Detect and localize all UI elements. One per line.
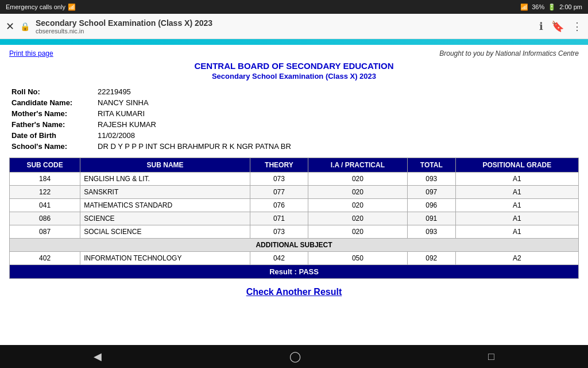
cell-theory: 042 — [250, 252, 308, 265]
signal-icons: 📶 — [68, 3, 76, 11]
table-header-row: SUB CODE SUB NAME THEORY I.A / PRACTICAL… — [10, 158, 579, 172]
cell-ia: 020 — [308, 212, 407, 225]
cell-grade: A1 — [455, 186, 578, 199]
table-row: 184 ENGLISH LNG & LIT. 073 020 093 A1 — [10, 172, 579, 186]
candidate-row: Candidate Name: NANCY SINHA — [9, 97, 579, 108]
roll-no-label: Roll No: — [9, 86, 95, 97]
cell-total: 091 — [407, 212, 455, 225]
sub-heading: Secondary School Examination (Class X) 2… — [9, 72, 579, 80]
status-right: 📶 36% 🔋 2:00 pm — [520, 3, 582, 11]
cell-name: SOCIAL SCIENCE — [80, 225, 250, 239]
table-row: 087 SOCIAL SCIENCE 073 020 093 A1 — [10, 225, 579, 239]
school-row: School's Name: DR D Y P P P INT SCH BRAH… — [9, 141, 579, 152]
check-another-link[interactable]: Check Another Result — [246, 287, 342, 297]
table-row: 041 MATHEMATICS STANDARD 076 020 096 A1 — [10, 199, 579, 212]
cell-code: 184 — [10, 172, 80, 186]
cell-grade: A1 — [455, 212, 578, 225]
candidate-value: NANCY SINHA — [95, 97, 579, 108]
browser-bar: ✕ 🔒 Secondary School Examination (Class … — [0, 14, 588, 39]
table-row: 086 SCIENCE 071 020 091 A1 — [10, 212, 579, 225]
table-row: 122 SANSKRIT 077 020 097 A1 — [10, 186, 579, 199]
battery-icon: 🔋 — [548, 3, 556, 11]
back-icon[interactable]: ◀ — [94, 350, 102, 363]
dob-label: Date of Birth — [9, 130, 95, 141]
browser-url: cbseresults.nic.in — [36, 28, 533, 34]
cell-code: 041 — [10, 199, 80, 212]
col-grade: POSITIONAL GRADE — [455, 158, 578, 172]
print-link[interactable]: Print this page — [9, 49, 53, 57]
cell-code: 086 — [10, 212, 80, 225]
cell-ia: 050 — [308, 252, 407, 265]
browser-title-block: Secondary School Examination (Class X) 2… — [36, 18, 533, 34]
nav-bar: ◀ ◯ □ — [0, 345, 588, 368]
school-label: School's Name: — [9, 141, 95, 152]
cell-theory: 073 — [250, 225, 308, 239]
roll-no-row: Roll No: 22219495 — [9, 86, 579, 97]
cell-ia: 020 — [308, 186, 407, 199]
col-sub-name: SUB NAME — [80, 158, 250, 172]
father-label: Father's Name: — [9, 119, 95, 130]
time-display: 2:00 pm — [559, 3, 582, 10]
father-value: RAJESH KUMAR — [95, 119, 579, 130]
print-nic-row: Print this page Brought to you by Nation… — [9, 49, 579, 57]
dob-value: 11/02/2008 — [95, 130, 579, 141]
cell-total: 096 — [407, 199, 455, 212]
cell-theory: 073 — [250, 172, 308, 186]
close-button[interactable]: ✕ — [6, 20, 14, 33]
father-row: Father's Name: RAJESH KUMAR — [9, 119, 579, 130]
cell-code: 087 — [10, 225, 80, 239]
status-left: Emergency calls only 📶 — [6, 3, 76, 11]
cell-theory: 077 — [250, 186, 308, 199]
cell-total: 093 — [407, 172, 455, 186]
result-row: Result : PASS — [10, 265, 579, 279]
cell-name: MATHEMATICS STANDARD — [80, 199, 250, 212]
browser-actions: ℹ 🔖 ⋮ — [539, 20, 582, 33]
cell-grade: A1 — [455, 172, 578, 186]
home-icon[interactable]: ◯ — [289, 350, 301, 363]
main-heading: CENTRAL BOARD OF SECONDARY EDUCATION — [9, 61, 579, 71]
cell-code: 122 — [10, 186, 80, 199]
menu-icon[interactable]: ⋮ — [572, 20, 582, 33]
table-row: 402 INFORMATION TECHNOLOGY 042 050 092 A… — [10, 252, 579, 265]
cell-code: 402 — [10, 252, 80, 265]
status-bar: Emergency calls only 📶 📶 36% 🔋 2:00 pm — [0, 0, 588, 14]
browser-page-title: Secondary School Examination (Class X) 2… — [36, 18, 533, 28]
cell-name: SCIENCE — [80, 212, 250, 225]
col-theory: THEORY — [250, 158, 308, 172]
cell-name: SANSKRIT — [80, 186, 250, 199]
bookmark-icon[interactable]: 🔖 — [551, 20, 564, 33]
share-icon[interactable]: ℹ — [539, 20, 543, 33]
page-content: Print this page Brought to you by Nation… — [0, 45, 588, 345]
cell-grade: A2 — [455, 252, 578, 265]
candidate-label: Candidate Name: — [9, 97, 95, 108]
cell-total: 093 — [407, 225, 455, 239]
wifi-icon: 📶 — [520, 3, 528, 11]
additional-subject-header: ADDITIONAL SUBJECT — [10, 239, 579, 252]
cell-theory: 071 — [250, 212, 308, 225]
recents-icon[interactable]: □ — [488, 351, 494, 363]
mother-value: RITA KUMARI — [95, 108, 579, 119]
col-sub-code: SUB CODE — [10, 158, 80, 172]
lock-icon: 🔒 — [20, 22, 30, 31]
cell-total: 092 — [407, 252, 455, 265]
info-table: Roll No: 22219495 Candidate Name: NANCY … — [9, 86, 579, 152]
col-total: TOTAL — [407, 158, 455, 172]
col-ia: I.A / PRACTICAL — [308, 158, 407, 172]
school-value: DR D Y P P P INT SCH BRAHMPUR R K NGR PA… — [95, 141, 579, 152]
cell-grade: A1 — [455, 199, 578, 212]
cell-name: INFORMATION TECHNOLOGY — [80, 252, 250, 265]
battery-text: 36% — [532, 3, 544, 10]
cell-total: 097 — [407, 186, 455, 199]
cell-name: ENGLISH LNG & LIT. — [80, 172, 250, 186]
cell-ia: 020 — [308, 172, 407, 186]
cell-ia: 020 — [308, 199, 407, 212]
mother-row: Mother's Name: RITA KUMARI — [9, 108, 579, 119]
teal-bar — [0, 39, 588, 45]
emergency-text: Emergency calls only — [6, 3, 65, 10]
dob-row: Date of Birth 11/02/2008 — [9, 130, 579, 141]
cell-theory: 076 — [250, 199, 308, 212]
results-table: SUB CODE SUB NAME THEORY I.A / PRACTICAL… — [9, 158, 579, 279]
mother-label: Mother's Name: — [9, 108, 95, 119]
cell-grade: A1 — [455, 225, 578, 239]
additional-header-text: ADDITIONAL SUBJECT — [10, 239, 579, 252]
